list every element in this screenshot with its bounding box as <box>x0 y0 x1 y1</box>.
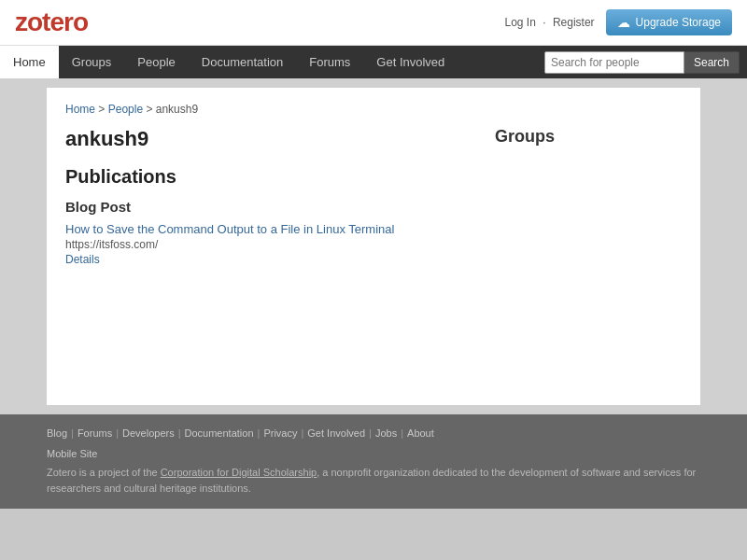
profile-right: Groups <box>495 127 682 266</box>
nav-get-involved[interactable]: Get Involved <box>363 46 458 78</box>
upgrade-storage-button[interactable]: ☁ Upgrade Storage <box>606 9 732 35</box>
username: ankush9 <box>65 127 476 151</box>
publication-details-link[interactable]: Details <box>65 253 476 266</box>
search-area: Search <box>544 51 747 74</box>
upgrade-btn-label: Upgrade Storage <box>636 16 721 29</box>
search-input[interactable] <box>544 51 684 74</box>
mobile-site-link[interactable]: Mobile Site <box>47 448 700 459</box>
register-link[interactable]: Register <box>553 16 595 29</box>
content-wrapper: Home > People > ankush9 ankush9 Publicat… <box>0 78 747 414</box>
publication-url: https://itsfoss.com/ <box>65 238 476 251</box>
profile-area: ankush9 Publications Blog Post How to Sa… <box>65 127 682 266</box>
login-link[interactable]: Log In <box>505 16 536 29</box>
footer: Blog | Forums | Developers | Documentati… <box>0 414 747 509</box>
breadcrumb-home[interactable]: Home <box>65 103 95 116</box>
auth-links: Log In · Register <box>505 16 595 29</box>
footer-jobs[interactable]: Jobs <box>375 427 397 439</box>
logo: zotero <box>15 7 88 37</box>
auth-separator: · <box>543 16 545 29</box>
main-card: Home > People > ankush9 ankush9 Publicat… <box>47 88 700 405</box>
breadcrumb-people[interactable]: People <box>108 103 143 116</box>
footer-get-involved[interactable]: Get Involved <box>307 427 365 439</box>
footer-privacy[interactable]: Privacy <box>263 427 297 439</box>
groups-title: Groups <box>495 127 682 147</box>
breadcrumb-current: ankush9 <box>156 103 198 116</box>
nav-documentation[interactable]: Documentation <box>189 46 296 78</box>
publication-link[interactable]: How to Save the Command Output to a File… <box>65 222 394 236</box>
cloud-icon: ☁ <box>617 15 630 30</box>
footer-forums[interactable]: Forums <box>78 427 112 439</box>
publications-title: Publications <box>65 166 476 188</box>
footer-description: Zotero is a project of the Corporation f… <box>47 465 700 496</box>
nav-people[interactable]: People <box>124 46 188 78</box>
footer-blog[interactable]: Blog <box>47 427 67 439</box>
profile-left: ankush9 Publications Blog Post How to Sa… <box>65 127 476 266</box>
footer-documentation[interactable]: Documentation <box>185 427 254 439</box>
nav-forums[interactable]: Forums <box>296 46 363 78</box>
footer-org-link[interactable]: Corporation for Digital Scholarship <box>161 467 317 478</box>
breadcrumb: Home > People > ankush9 <box>65 103 682 116</box>
top-right: Log In · Register ☁ Upgrade Storage <box>505 9 733 35</box>
nav-bar: Home Groups People Documentation Forums … <box>0 46 747 78</box>
footer-developers[interactable]: Developers <box>122 427 175 439</box>
top-bar: zotero Log In · Register ☁ Upgrade Stora… <box>0 0 747 46</box>
footer-links: Blog | Forums | Developers | Documentati… <box>47 427 700 439</box>
nav-home[interactable]: Home <box>0 46 59 78</box>
footer-about[interactable]: About <box>407 427 434 439</box>
blog-post-title: Blog Post <box>65 199 476 215</box>
search-button[interactable]: Search <box>684 51 740 74</box>
nav-groups[interactable]: Groups <box>59 46 125 78</box>
